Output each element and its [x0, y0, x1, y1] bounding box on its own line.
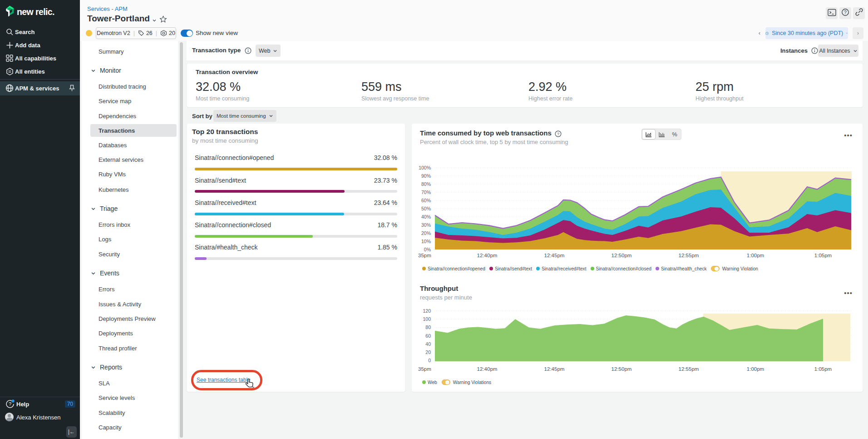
- svg-text:?: ?: [9, 401, 11, 407]
- svg-text:?: ?: [844, 10, 847, 15]
- svg-text:new relic.: new relic.: [17, 7, 54, 17]
- svg-text:?: ?: [557, 132, 559, 136]
